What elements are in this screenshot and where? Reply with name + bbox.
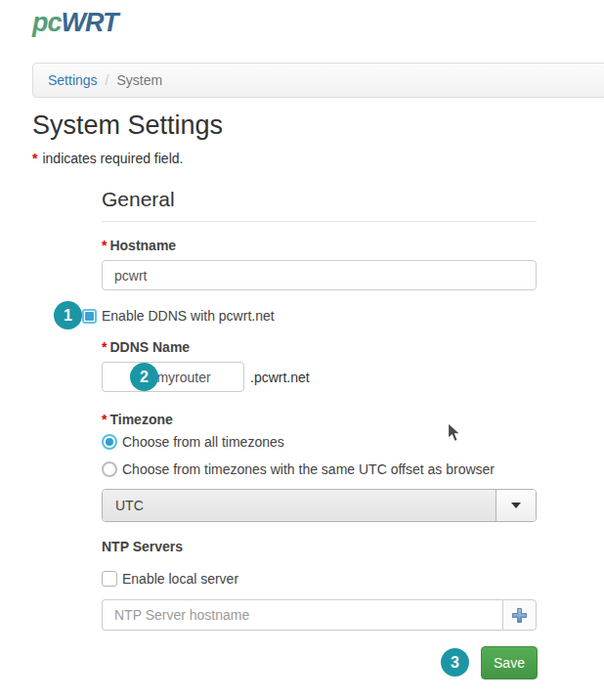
timezone-select[interactable]: UTC	[102, 489, 537, 522]
breadcrumb-current: System	[116, 72, 162, 88]
logo-pc-text: pc	[32, 8, 62, 37]
ddns-name-input[interactable]	[102, 362, 244, 392]
ntp-hostname-group	[102, 599, 537, 631]
timezone-all-radio[interactable]	[102, 434, 117, 450]
ntp-servers-label: NTP Servers	[102, 539, 183, 554]
ddns-enable-checkbox[interactable]	[82, 309, 97, 324]
required-asterisk: *	[32, 151, 37, 166]
annotation-badge-3: 3	[441, 648, 469, 677]
plus-icon	[511, 607, 528, 624]
hostname-required-asterisk: *	[102, 238, 107, 253]
required-note-text: indicates required field.	[42, 151, 183, 166]
page-title: System Settings	[32, 110, 223, 141]
breadcrumb: Settings / System	[32, 63, 604, 98]
breadcrumb-settings-link[interactable]: Settings	[48, 72, 98, 88]
system-settings-page: pcWRT Settings / System System Settings …	[0, 0, 604, 700]
add-ntp-server-button[interactable]	[502, 599, 537, 631]
annotation-badge-2: 2	[130, 363, 158, 391]
chevron-down-icon	[511, 503, 521, 508]
radio-selected-dot	[106, 438, 113, 446]
checkbox-check-mark	[85, 312, 94, 321]
timezone-all-label: Choose from all timezones	[122, 434, 284, 450]
ntp-local-server-checkbox[interactable]	[102, 571, 117, 587]
timezone-select-value: UTC	[103, 490, 496, 521]
required-field-note: *indicates required field.	[32, 151, 183, 166]
mouse-cursor-icon	[447, 421, 462, 444]
ddns-required-asterisk: *	[102, 339, 107, 355]
ntp-local-server-label: Enable local server	[122, 571, 238, 587]
timezone-all-option-row: Choose from all timezones	[102, 434, 284, 450]
general-section-heading: General	[102, 188, 537, 222]
pcwrt-logo: pcWRT	[32, 8, 118, 38]
timezone-select-dropdown-button[interactable]	[496, 490, 536, 521]
ntp-hostname-input[interactable]	[102, 599, 502, 631]
ddns-name-label: *DDNS Name	[102, 339, 190, 355]
ddns-domain-suffix: .pcwrt.net	[250, 370, 310, 385]
annotation-badge-1: 1	[54, 301, 82, 329]
timezone-offset-option-row: Choose from timezones with the same UTC …	[102, 461, 495, 477]
breadcrumb-separator: /	[106, 72, 109, 88]
save-button[interactable]: Save	[481, 646, 538, 679]
ntp-local-server-row: Enable local server	[102, 571, 238, 587]
timezone-required-asterisk: *	[102, 412, 107, 427]
timezone-offset-radio[interactable]	[102, 461, 117, 477]
ddns-enable-label: Enable DDNS with pcwrt.net	[102, 308, 275, 324]
logo-wrt-text: WRT	[62, 8, 118, 37]
ddns-enable-row: Enable DDNS with pcwrt.net	[82, 308, 275, 324]
hostname-label: *Hostname	[102, 238, 176, 253]
timezone-offset-label: Choose from timezones with the same UTC …	[122, 461, 495, 477]
hostname-input[interactable]	[102, 260, 537, 290]
timezone-label: *Timezone	[102, 412, 173, 427]
